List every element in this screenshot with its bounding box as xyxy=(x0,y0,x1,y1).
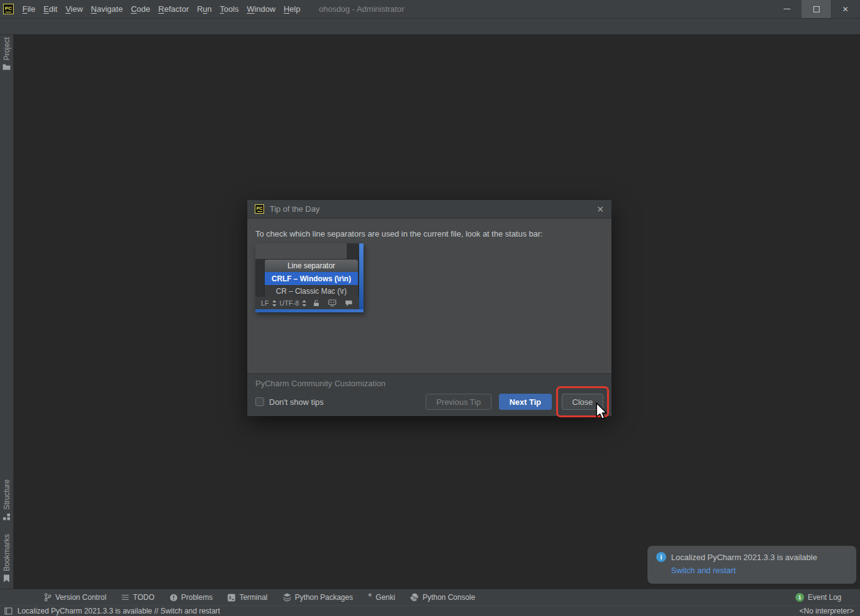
dialog-title: Tip of the Day xyxy=(270,204,319,214)
speech-bubble-icon xyxy=(345,300,353,307)
update-notification[interactable]: i Localized PyCharm 2021.3.3 is availabl… xyxy=(647,546,856,584)
tip-of-the-day-dialog: PC Tip of the Day ✕ To check which line … xyxy=(247,200,611,416)
tip-illustration: Line separator CRLF – Windows (\r\n) CR … xyxy=(255,243,364,312)
window-title: ohosdog - Administrator xyxy=(319,4,404,14)
illustration-status-bar: LF UTF-8 xyxy=(255,297,359,309)
next-tip-button[interactable]: Next Tip xyxy=(499,394,552,410)
menu-item-navigate[interactable]: Navigate xyxy=(91,4,122,14)
info-icon: i xyxy=(656,552,666,562)
minimize-icon xyxy=(784,9,790,9)
menu-item-edit[interactable]: Edit xyxy=(43,4,57,14)
bottom-tool-bar: Version Control TODO Problems Terminal P… xyxy=(0,589,860,605)
python-console-icon xyxy=(410,593,419,602)
stepper-icon xyxy=(302,300,306,307)
folder-icon xyxy=(2,63,11,70)
bookmarks-label: Bookmarks xyxy=(2,534,11,571)
tool-button-problems[interactable]: Problems xyxy=(170,593,213,602)
structure-icon xyxy=(2,513,11,521)
project-label: Project xyxy=(2,37,11,60)
tool-button-version-control[interactable]: Version Control xyxy=(43,593,106,602)
structure-label: Structure xyxy=(2,479,11,510)
dialog-title-bar[interactable]: PC Tip of the Day ✕ xyxy=(247,200,611,219)
left-tool-stripe: Project Structure Bookmarks xyxy=(0,35,14,589)
switch-and-restart-link[interactable]: Switch and restart xyxy=(671,566,848,575)
lock-icon xyxy=(313,299,320,307)
dialog-close-icon[interactable]: ✕ xyxy=(597,204,604,214)
line-ending-value: LF xyxy=(261,299,269,307)
status-message[interactable]: Localized PyCharm 2021.3.3 is available … xyxy=(17,607,220,615)
tool-button-terminal[interactable]: Terminal xyxy=(227,593,267,602)
close-button[interactable]: Close xyxy=(562,394,603,410)
status-bar: Localized PyCharm 2021.3.3 is available … xyxy=(0,605,860,616)
close-window-button[interactable]: ✕ xyxy=(831,0,860,18)
event-log-label: Event Log xyxy=(808,593,841,602)
close-icon: ✕ xyxy=(842,6,848,13)
stepper-icon xyxy=(272,300,277,307)
packages-icon xyxy=(283,593,291,602)
menu-bar: FileEditViewNavigateCodeRefactorRunTools… xyxy=(22,4,300,14)
menu-item-tools[interactable]: Tools xyxy=(220,4,239,14)
line-separator-popup: Line separator CRLF – Windows (\r\n) CR … xyxy=(264,259,359,298)
previous-tip-button: Previous Tip xyxy=(426,394,492,410)
pycharm-dialog-icon: PC xyxy=(255,204,264,214)
tip-content: To check which line separators are used … xyxy=(247,219,611,373)
maximize-icon xyxy=(813,6,820,12)
menu-item-refactor[interactable]: Refactor xyxy=(158,4,189,14)
popup-item: CR – Classic Mac (\r) xyxy=(265,285,358,297)
dont-show-tips-label[interactable]: Don't show tips xyxy=(269,397,324,407)
event-log-button[interactable]: 1 Event Log xyxy=(795,593,841,602)
menu-item-help[interactable]: Help xyxy=(283,4,300,14)
event-log-badge: 1 xyxy=(795,593,804,602)
menu-item-view[interactable]: View xyxy=(65,4,83,14)
terminal-icon xyxy=(227,594,236,602)
navigation-bar xyxy=(0,19,860,35)
encoding-value: UTF-8 xyxy=(280,299,299,307)
bookmark-icon xyxy=(2,574,11,582)
tool-button-genki[interactable]: * Genki xyxy=(368,593,395,602)
illustration-bottom-strip xyxy=(255,309,364,312)
monitor-icon xyxy=(328,299,337,307)
title-bar: PC FileEditViewNavigateCodeRefactorRunTo… xyxy=(0,0,860,19)
menu-item-file[interactable]: File xyxy=(22,4,35,14)
tool-button-python-console[interactable]: Python Console xyxy=(410,593,475,602)
notification-message: Localized PyCharm 2021.3.3 is available xyxy=(671,553,817,562)
minimize-button[interactable] xyxy=(772,0,802,18)
tool-button-todo[interactable]: TODO xyxy=(121,593,154,602)
interpreter-status[interactable]: <No interpreter> xyxy=(800,607,854,615)
popup-header: Line separator xyxy=(265,260,358,272)
tip-source-label: PyCharm Community Customization xyxy=(255,379,603,388)
maximize-button[interactable] xyxy=(802,0,831,18)
sidebar-item-project[interactable]: Project xyxy=(0,37,13,70)
menu-item-run[interactable]: Run xyxy=(197,4,212,14)
menu-item-window[interactable]: Window xyxy=(247,4,275,14)
menu-item-code[interactable]: Code xyxy=(131,4,150,14)
tip-text: To check which line separators are used … xyxy=(255,229,603,238)
sidebar-item-bookmarks[interactable]: Bookmarks xyxy=(0,534,13,582)
version-control-icon xyxy=(43,593,52,602)
illustration-background-strip xyxy=(359,243,364,312)
genki-icon: * xyxy=(368,594,372,600)
dont-show-tips-checkbox[interactable] xyxy=(255,397,264,406)
sidebar-item-structure[interactable]: Structure xyxy=(0,479,13,521)
window-controls: ✕ xyxy=(772,0,860,18)
dialog-footer: PyCharm Community Customization Don't sh… xyxy=(247,373,611,416)
tool-button-python-packages[interactable]: Python Packages xyxy=(283,593,353,602)
illustration-editor-panel xyxy=(255,243,347,259)
toolwindow-toggle-icon[interactable] xyxy=(4,607,12,615)
problems-icon xyxy=(170,594,178,602)
pycharm-app-icon: PC xyxy=(3,4,14,14)
todo-icon xyxy=(121,594,129,601)
popup-selected-item: CRLF – Windows (\r\n) xyxy=(265,272,358,285)
